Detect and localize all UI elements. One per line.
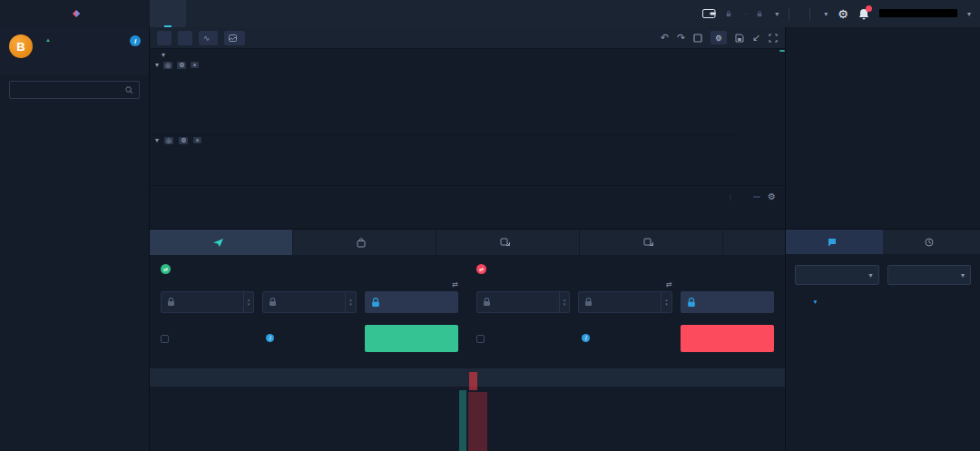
time-axis[interactable] [150, 173, 735, 185]
orderbook-headers [150, 368, 785, 387]
notification-badge [866, 5, 872, 12]
indicators-button[interactable]: ∿ [199, 31, 218, 45]
macd-chart[interactable] [150, 135, 735, 172]
buy-post-only-checkbox[interactable] [161, 335, 254, 343]
stepper[interactable]: ▴▾ [559, 292, 570, 312]
footer-gear-icon[interactable]: ⚙ [768, 191, 776, 201]
chevron-down-icon: ▾ [868, 271, 872, 279]
clock-icon [925, 238, 934, 247]
topbar: · ▾ ▾ ⚙ ▾ [0, 0, 980, 27]
redo-icon[interactable]: ↷ [677, 32, 685, 44]
search-input[interactable] [15, 84, 122, 95]
chat-bubble-icon [828, 238, 837, 247]
balances-chevron-icon[interactable]: ▾ [775, 10, 779, 18]
fullscreen-icon[interactable] [769, 34, 778, 43]
sell-price-input[interactable]: ▴▾ [476, 291, 570, 313]
market-sidebar: B ▲ i [0, 27, 150, 451]
zondacrypto-pro-app: · ▾ ▾ ⚙ ▾ B [0, 0, 980, 451]
market-depth-chart[interactable] [786, 172, 980, 229]
lock-icon [726, 11, 731, 17]
stepper[interactable]: ▴▾ [345, 292, 356, 312]
image-icon [229, 34, 237, 42]
lock-icon [167, 298, 175, 307]
chart-body[interactable]: ▾ ▾ ◎ ⚙ × ▾ [150, 49, 785, 185]
oferty-menu[interactable]: ▾ [820, 10, 828, 18]
volume-indicator-legend: ▾ ◎ ⚙ × [155, 61, 203, 69]
rodzaj-select[interactable]: ▾ [795, 265, 879, 285]
search-icon [125, 86, 133, 94]
buy-value-input[interactable] [365, 291, 458, 313]
info-icon[interactable]: i [266, 334, 274, 342]
sort-kurs[interactable]: ▾ [786, 298, 845, 306]
remove-indicator-icon[interactable]: × [191, 62, 198, 68]
candlestick-chart[interactable] [150, 49, 735, 132]
last-price-tag [779, 50, 785, 52]
undo-icon[interactable]: ↶ [661, 32, 669, 44]
sell-value-input[interactable] [681, 291, 774, 313]
lock-icon [483, 298, 491, 307]
chart-panel: ∿ ↶ ↷ ⚙ ↙ ▾ [150, 27, 785, 229]
indicator-settings-icon[interactable]: ⚙ [177, 62, 186, 69]
stepper[interactable]: ▴▾ [243, 292, 254, 312]
tab-wystaw-oferte[interactable] [150, 230, 293, 255]
remove-indicator-icon[interactable]: × [193, 137, 201, 143]
lock-icon [584, 298, 593, 307]
tab-moje-oferty[interactable] [786, 230, 883, 254]
auto-scale-button[interactable] [753, 196, 760, 198]
resize-arrow-icon[interactable]: ↙ [752, 32, 760, 44]
candle-type-button[interactable] [178, 31, 192, 45]
snapshot-icon[interactable] [693, 34, 702, 43]
transactions-panel [785, 27, 980, 229]
swap-fields-icon[interactable]: ⇄ [452, 280, 458, 289]
interval-button[interactable] [157, 31, 172, 45]
sell-post-only-checkbox[interactable] [476, 335, 570, 343]
sell-button[interactable] [681, 325, 774, 352]
currency-tabs [0, 103, 149, 108]
typ-select[interactable]: ▾ [887, 265, 972, 285]
chart-settings-gear-icon[interactable]: ⚙ [710, 31, 727, 44]
notifications-bell-icon[interactable] [858, 8, 869, 20]
chevron-down-icon: ▾ [961, 271, 965, 279]
tools-button[interactable] [224, 31, 245, 45]
sell-form: ⇄ ▴▾ ⇄ ▴▾ [476, 264, 774, 352]
eye-icon[interactable]: ◎ [164, 137, 173, 144]
logo-diamond-icon [73, 10, 80, 17]
lock-icon [757, 11, 762, 17]
settings-gear-icon[interactable]: ⚙ [838, 7, 848, 21]
lock-icon [269, 298, 277, 307]
buy-amount-input[interactable]: ▴▾ [262, 291, 356, 313]
tab-stop-market[interactable] [580, 230, 723, 255]
tab-wiecej[interactable] [723, 230, 785, 255]
wallet-icon[interactable] [702, 8, 716, 19]
pln-balance [757, 11, 765, 17]
active-tab-underline [164, 25, 172, 27]
eye-icon[interactable]: ◎ [163, 62, 172, 69]
trade-tabs [150, 230, 785, 255]
account-menu[interactable] [879, 9, 957, 19]
tab-stop-limit[interactable] [436, 230, 580, 255]
stepper[interactable]: ▴▾ [661, 292, 671, 312]
info-icon[interactable]: i [130, 35, 141, 46]
indicator-settings-icon[interactable]: ⚙ [179, 137, 188, 144]
info-icon[interactable]: i [582, 334, 590, 342]
account-chevron-icon: ▾ [967, 10, 971, 18]
stop-limit-icon [500, 238, 510, 247]
save-icon[interactable] [735, 34, 744, 43]
ask-depth-bar [469, 372, 477, 390]
sell-badge-icon: ⇄ [476, 264, 486, 274]
username-redacted [879, 9, 957, 17]
buy-price-input[interactable]: ▴▾ [161, 291, 254, 313]
tab-szybka-transakcja[interactable] [293, 230, 436, 255]
orderbook [150, 368, 785, 451]
btc-balance [726, 11, 734, 17]
tab-historia[interactable] [883, 230, 980, 254]
buy-badge-icon: ⇄ [161, 264, 171, 274]
tab-gielda[interactable] [150, 0, 186, 27]
lock-blue-icon [371, 298, 380, 308]
sell-amount-input[interactable]: ▴▾ [578, 291, 671, 313]
shopping-bag-icon [357, 238, 366, 248]
swap-fields-icon[interactable]: ⇄ [666, 280, 672, 289]
app-logo[interactable] [0, 0, 150, 27]
buy-button[interactable] [365, 325, 458, 352]
stop-market-icon [643, 238, 653, 247]
